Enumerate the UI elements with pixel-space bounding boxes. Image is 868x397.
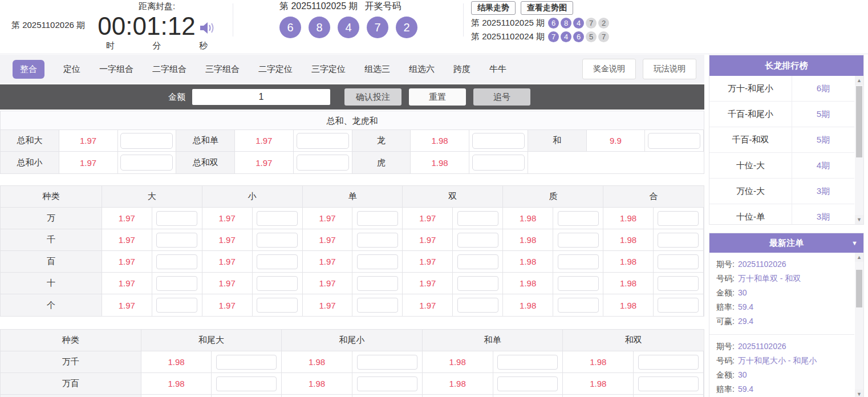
odds-value: 1.97: [303, 229, 353, 250]
bet-amount-input-十-小[interactable]: [257, 276, 298, 291]
bet-amount-input-十-双[interactable]: [457, 276, 498, 291]
bet-amount-input-万千-和单[interactable]: [497, 355, 558, 370]
bet-amount-input-千-小[interactable]: [257, 233, 298, 248]
reset-button[interactable]: 重置: [409, 88, 466, 106]
bet-amount-input-虎[interactable]: [472, 155, 525, 171]
bonus-info-button[interactable]: 奖金说明: [582, 59, 636, 79]
bet-input-cell: [654, 273, 704, 294]
bet-amount-input-百-小[interactable]: [257, 254, 298, 269]
bet-amount-input-十-大[interactable]: [156, 276, 197, 291]
bet-amount-input-百-双[interactable]: [457, 254, 498, 269]
tab-整合[interactable]: 整合: [13, 60, 44, 79]
scroll-down-icon[interactable]: ▼: [855, 215, 863, 224]
bet-amount-input-百-单[interactable]: [357, 254, 398, 269]
bet-amount-input-龙[interactable]: [472, 133, 525, 149]
confirm-bet-button[interactable]: 确认投注: [344, 88, 401, 106]
order-amount: 金额:30: [716, 368, 854, 382]
scrollbar-thumb[interactable]: [856, 270, 862, 307]
bet-amount-input-万-合[interactable]: [658, 211, 699, 226]
bet-input-cell: [212, 373, 282, 394]
chevron-down-icon[interactable]: ▼: [851, 240, 858, 246]
odds-value: [423, 395, 493, 397]
tab-二字定位[interactable]: 二字定位: [258, 60, 293, 79]
bet-amount-input-万百-和单[interactable]: [497, 376, 558, 391]
order-field-label: 金额:: [716, 370, 735, 379]
bet-input-cell: [152, 273, 202, 294]
row-label: 千: [1, 229, 102, 250]
bet-amount-input-千-大[interactable]: [156, 233, 197, 248]
bet-amount-input-万-大[interactable]: [156, 211, 197, 226]
bet-amount-input-万百-和尾小[interactable]: [357, 376, 417, 391]
bet-amount-input-总和大[interactable]: [120, 133, 173, 149]
bet-amount-input-千-单[interactable]: [357, 233, 398, 248]
bet-amount-input-千-合[interactable]: [658, 233, 699, 248]
odds-value: 1.97: [303, 273, 353, 294]
bet-amount-input-百-合[interactable]: [658, 254, 699, 269]
tab-一字组合[interactable]: 一字组合: [99, 60, 133, 79]
bet-amount-input-总和双[interactable]: [297, 155, 349, 171]
bet-amount-input-万-单[interactable]: [357, 211, 398, 226]
scroll-up-icon[interactable]: ▲: [855, 253, 863, 262]
speaker-icon[interactable]: [199, 21, 216, 35]
order-field-value: 59.4: [738, 302, 753, 311]
bet-amount-input-个-大[interactable]: [156, 298, 197, 313]
history-number-ball: 8: [561, 18, 571, 29]
bet-amount-input-万千-和双[interactable]: [638, 355, 699, 370]
bet-input-cell: [634, 351, 704, 372]
column-header: 和单: [423, 330, 563, 351]
bet-amount-input-十-单[interactable]: [357, 276, 398, 291]
history-number-ball: 6: [573, 31, 584, 42]
row-label: 万: [1, 208, 102, 229]
bet-amount-input-和[interactable]: [648, 133, 700, 149]
bet-input-cell: [352, 208, 403, 229]
bet-amount-input-总和小[interactable]: [120, 155, 173, 171]
odds-value: 1.97: [403, 273, 453, 294]
odds-value: 1.97: [59, 152, 118, 173]
bet-amount-input-个-小[interactable]: [257, 298, 298, 313]
result-trend-button[interactable]: 结果走势: [471, 1, 516, 15]
bet-input-cell: [253, 294, 303, 316]
bet-amount-input-十-合[interactable]: [658, 276, 699, 291]
tab-三字定位[interactable]: 三字定位: [311, 60, 346, 79]
bet-amount-input-个-合[interactable]: [658, 298, 699, 313]
bet-amount-input-个-双[interactable]: [457, 298, 498, 313]
bet-amount-input-千-质[interactable]: [558, 233, 599, 248]
bet-amount-input-万千-和尾大[interactable]: [216, 355, 277, 370]
dragon-name: 十位-单: [709, 204, 792, 224]
bet-amount-input-万百-和尾大[interactable]: [216, 376, 277, 391]
bet-amount-input-个-单[interactable]: [357, 298, 398, 313]
tab-组选六[interactable]: 组选六: [409, 60, 435, 79]
bet-amount-input-万-小[interactable]: [257, 211, 298, 226]
odds-value: 1.97: [403, 294, 453, 316]
odds-value: 1.97: [303, 294, 353, 316]
rules-info-button[interactable]: 玩法说明: [643, 59, 696, 79]
bet-amount-input-百-大[interactable]: [156, 254, 197, 269]
tab-组选三[interactable]: 组选三: [364, 60, 390, 79]
odds-value: 1.98: [563, 351, 634, 372]
bet-amount-input-万千-和尾小[interactable]: [357, 355, 417, 370]
bet-amount-input-千-双[interactable]: [457, 233, 498, 248]
amount-input[interactable]: [192, 89, 330, 105]
bet-amount-input-百-质[interactable]: [558, 254, 599, 269]
bet-amount-input-万-质[interactable]: [558, 211, 599, 226]
tab-定位[interactable]: 定位: [63, 60, 80, 79]
tab-牛牛[interactable]: 牛牛: [489, 60, 506, 79]
bet-amount-input-十-质[interactable]: [558, 276, 599, 291]
bet-amount-input-总和单[interactable]: [297, 133, 349, 149]
table-row: 万千1.981.981.981.98: [1, 351, 704, 373]
order-field-value: 30: [738, 370, 747, 379]
scroll-down-icon[interactable]: ▼: [855, 390, 863, 397]
bet-type-label: 总和双: [176, 152, 235, 173]
scroll-up-icon[interactable]: ▲: [855, 76, 863, 85]
odds-value: 1.98: [603, 294, 654, 316]
bet-amount-input-万-双[interactable]: [457, 211, 498, 226]
chase-number-button[interactable]: 追号: [473, 88, 530, 106]
tab-跨度[interactable]: 跨度: [453, 60, 470, 79]
tab-三字组合[interactable]: 三字组合: [205, 60, 240, 79]
bet-amount-input-万百-和双[interactable]: [638, 376, 699, 391]
row-label: 十: [1, 273, 102, 294]
bet-amount-input-个-质[interactable]: [558, 298, 599, 313]
scrollbar-thumb[interactable]: [856, 86, 862, 157]
tab-二字组合[interactable]: 二字组合: [152, 60, 186, 79]
view-trend-chart-button[interactable]: 查看走势图: [521, 1, 573, 15]
